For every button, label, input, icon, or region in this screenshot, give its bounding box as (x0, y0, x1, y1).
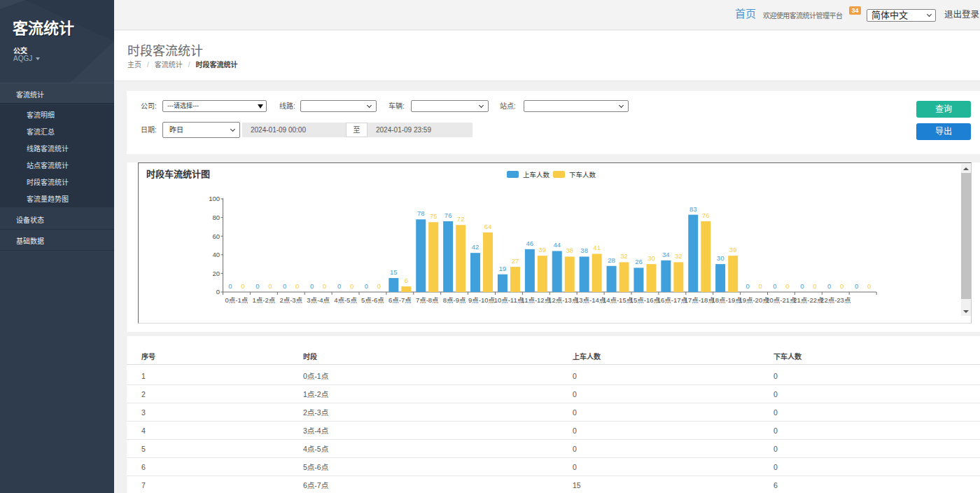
svg-text:14点-15点: 14点-15点 (603, 296, 634, 304)
svg-text:76: 76 (444, 211, 452, 219)
svg-text:0: 0 (216, 288, 220, 296)
svg-text:41: 41 (593, 244, 601, 251)
svg-text:11点-12点: 11点-12点 (522, 296, 552, 304)
svg-text:76: 76 (702, 211, 710, 219)
svg-text:4点-5点: 4点-5点 (334, 296, 357, 304)
svg-text:32: 32 (675, 252, 682, 260)
svg-text:17点-18点: 17点-18点 (685, 296, 715, 304)
svg-text:44: 44 (553, 241, 561, 249)
svg-text:1点-2点: 1点-2点 (252, 296, 275, 304)
svg-text:0: 0 (746, 282, 749, 290)
svg-text:15: 15 (390, 268, 398, 276)
svg-text:0: 0 (867, 282, 871, 290)
svg-text:0: 0 (813, 282, 816, 290)
svg-text:60: 60 (212, 232, 220, 240)
svg-text:19: 19 (499, 265, 507, 272)
svg-text:3点-4点: 3点-4点 (307, 296, 330, 304)
svg-text:6点-7点: 6点-7点 (388, 296, 412, 304)
svg-text:0: 0 (295, 282, 299, 290)
svg-text:10点-11点: 10点-11点 (494, 296, 524, 304)
svg-text:72: 72 (457, 215, 465, 223)
svg-text:21点-22点: 21点-22点 (793, 296, 824, 304)
svg-text:20: 20 (212, 270, 220, 277)
svg-text:27: 27 (512, 257, 519, 265)
svg-text:12点-13点: 12点-13点 (548, 296, 579, 304)
svg-text:20点-21点: 20点-21点 (766, 296, 797, 304)
svg-text:22点-23点: 22点-23点 (820, 296, 851, 304)
svg-text:0: 0 (268, 282, 272, 290)
svg-text:18点-19点: 18点-19点 (711, 296, 742, 304)
svg-text:28: 28 (608, 256, 615, 264)
svg-text:26: 26 (635, 258, 643, 265)
svg-text:0点-1点: 0点-1点 (225, 296, 248, 304)
svg-text:13点-14点: 13点-14点 (575, 296, 606, 304)
svg-text:5点-6点: 5点-6点 (361, 296, 384, 304)
svg-text:30: 30 (648, 254, 655, 262)
svg-text:6: 6 (405, 277, 408, 284)
svg-text:75: 75 (430, 212, 438, 220)
svg-text:83: 83 (690, 205, 697, 213)
svg-text:19点-20点: 19点-20点 (738, 296, 769, 304)
svg-text:0: 0 (323, 282, 326, 290)
svg-text:100: 100 (209, 195, 220, 202)
svg-text:0: 0 (228, 282, 232, 290)
svg-text:0: 0 (283, 282, 286, 290)
svg-text:0: 0 (365, 282, 368, 290)
svg-text:0: 0 (800, 282, 804, 290)
svg-text:42: 42 (472, 243, 479, 251)
svg-text:30: 30 (717, 254, 724, 262)
svg-text:0: 0 (827, 282, 831, 290)
svg-text:0: 0 (840, 282, 844, 290)
svg-text:8点-9点: 8点-9点 (443, 296, 466, 304)
svg-text:0: 0 (758, 282, 762, 290)
svg-text:7点-8点: 7点-8点 (416, 296, 439, 304)
svg-text:39: 39 (729, 246, 737, 254)
svg-text:0: 0 (337, 282, 341, 290)
svg-text:46: 46 (526, 239, 534, 247)
svg-text:0: 0 (377, 282, 381, 290)
svg-text:0: 0 (773, 282, 776, 290)
svg-text:64: 64 (484, 223, 492, 230)
svg-text:38: 38 (566, 246, 573, 254)
svg-text:80: 80 (212, 214, 220, 221)
svg-text:0: 0 (785, 282, 789, 290)
svg-text:40: 40 (212, 251, 220, 258)
svg-text:0: 0 (241, 282, 244, 290)
svg-text:32: 32 (620, 252, 628, 260)
svg-text:0: 0 (255, 282, 259, 290)
svg-text:0: 0 (855, 282, 858, 290)
svg-text:34: 34 (662, 251, 670, 258)
svg-text:39: 39 (539, 246, 547, 254)
svg-text:16点-17点: 16点-17点 (657, 296, 688, 304)
svg-text:9点-10点: 9点-10点 (468, 296, 496, 304)
svg-text:15点-16点: 15点-16点 (630, 296, 661, 304)
svg-text:2点-3点: 2点-3点 (279, 296, 302, 304)
svg-text:0: 0 (350, 282, 354, 290)
svg-text:38: 38 (580, 246, 588, 254)
svg-text:0: 0 (310, 282, 314, 290)
svg-text:78: 78 (417, 209, 425, 217)
